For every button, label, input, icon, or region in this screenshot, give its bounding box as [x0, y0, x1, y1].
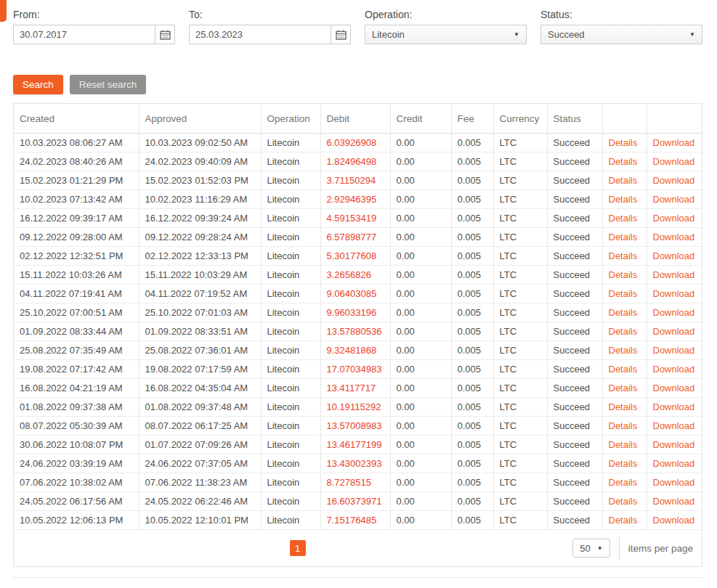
download-link[interactable]: Download: [653, 250, 695, 261]
table-row: 24.06.2022 03:39:19 AM24.06.2022 07:37:0…: [14, 454, 702, 473]
from-calendar-button[interactable]: [155, 25, 175, 44]
download-link[interactable]: Download: [653, 477, 695, 488]
table-row: 01.08.2022 09:37:38 AM01.08.2022 09:37:4…: [14, 398, 702, 417]
details-link[interactable]: Details: [609, 156, 638, 167]
cell-fee: 0.005: [451, 190, 493, 209]
cell-operation: Litecoin: [261, 285, 320, 303]
cell-operation: Litecoin: [261, 190, 320, 209]
cell-details: Details: [602, 285, 647, 303]
cell-currency: LTC: [493, 266, 547, 285]
reset-search-button[interactable]: Reset search: [70, 75, 147, 94]
cell-status: Succeed: [547, 398, 602, 417]
cell-download: Download: [647, 285, 702, 303]
download-link[interactable]: Download: [653, 496, 695, 507]
download-link[interactable]: Download: [653, 269, 695, 280]
download-link[interactable]: Download: [653, 175, 695, 186]
details-link[interactable]: Details: [609, 326, 638, 337]
cell-created: 08.07.2022 05:30:39 AM: [14, 417, 139, 436]
download-link[interactable]: Download: [653, 458, 695, 469]
footer-divider: [13, 577, 702, 578]
cell-download: Download: [647, 152, 702, 171]
details-link[interactable]: Details: [609, 250, 638, 261]
details-link[interactable]: Details: [609, 288, 638, 299]
cell-approved: 15.02.2023 01:52:03 PM: [139, 171, 261, 190]
download-link[interactable]: Download: [653, 137, 695, 148]
cell-status: Succeed: [547, 134, 602, 152]
cell-created: 04.11.2022 07:19:41 AM: [14, 285, 139, 303]
cell-created: 01.09.2022 08:33:44 AM: [14, 322, 139, 341]
download-link[interactable]: Download: [653, 307, 695, 318]
download-link[interactable]: Download: [653, 326, 695, 337]
details-link[interactable]: Details: [609, 439, 638, 450]
details-link[interactable]: Details: [609, 458, 638, 469]
download-link[interactable]: Download: [653, 156, 695, 167]
download-link[interactable]: Download: [653, 288, 695, 299]
details-link[interactable]: Details: [609, 232, 638, 242]
cell-approved: 19.08.2022 07:17:59 AM: [139, 360, 261, 379]
search-button[interactable]: Search: [13, 75, 63, 94]
cell-debit: 5.30177608: [320, 247, 390, 266]
cell-operation: Litecoin: [261, 303, 320, 322]
cell-fee: 0.005: [451, 511, 493, 530]
to-date-input[interactable]: [189, 25, 331, 44]
cell-created: 10.02.2023 07:13:42 AM: [14, 190, 139, 209]
details-link[interactable]: Details: [609, 307, 638, 318]
to-calendar-button[interactable]: [331, 25, 351, 44]
cell-created: 25.08.2022 07:35:49 AM: [14, 341, 139, 360]
details-link[interactable]: Details: [609, 137, 638, 148]
download-link[interactable]: Download: [653, 345, 695, 356]
column-header-status: Status: [547, 104, 602, 134]
cell-currency: LTC: [493, 511, 547, 530]
details-link[interactable]: Details: [609, 364, 638, 375]
cell-currency: LTC: [493, 398, 547, 417]
details-link[interactable]: Details: [609, 194, 638, 205]
side-tab[interactable]: [0, 0, 7, 22]
cell-approved: 08.07.2022 06:17:25 AM: [139, 417, 261, 436]
details-link[interactable]: Details: [609, 383, 638, 393]
cell-details: Details: [602, 322, 647, 341]
cell-status: Succeed: [547, 152, 602, 171]
cell-approved: 04.11.2022 07:19:52 AM: [139, 285, 261, 303]
details-link[interactable]: Details: [609, 175, 638, 186]
column-header-details: [602, 104, 647, 134]
cell-fee: 0.005: [451, 473, 493, 492]
cell-currency: LTC: [493, 360, 547, 379]
download-link[interactable]: Download: [653, 213, 695, 224]
details-link[interactable]: Details: [609, 496, 638, 507]
column-header-download: [647, 104, 702, 134]
cell-created: 10.05.2022 12:06:13 PM: [14, 511, 139, 530]
download-link[interactable]: Download: [653, 194, 695, 205]
cell-currency: LTC: [493, 436, 547, 454]
chevron-down-icon: ▼: [514, 31, 519, 38]
cell-debit: 17.07034983: [320, 360, 390, 379]
details-link[interactable]: Details: [609, 401, 638, 412]
download-link[interactable]: Download: [653, 364, 695, 375]
table-header-row: CreatedApprovedOperationDebitCreditFeeCu…: [14, 104, 702, 134]
cell-fee: 0.005: [451, 379, 493, 398]
download-link[interactable]: Download: [653, 232, 695, 242]
download-link[interactable]: Download: [653, 439, 695, 450]
status-select[interactable]: Succeed ▼: [540, 25, 702, 44]
cell-download: Download: [647, 492, 702, 511]
details-link[interactable]: Details: [609, 269, 638, 280]
details-link[interactable]: Details: [609, 420, 638, 431]
details-link[interactable]: Details: [609, 345, 638, 356]
cell-currency: LTC: [493, 247, 547, 266]
items-per-page-select[interactable]: 50 ▼: [572, 539, 609, 558]
cell-debit: 3.71150294: [320, 171, 390, 190]
chevron-down-icon: ▼: [597, 545, 603, 552]
cell-created: 30.06.2022 10:08:07 PM: [14, 436, 139, 454]
cell-details: Details: [602, 152, 647, 171]
operation-select[interactable]: Litecoin ▼: [365, 25, 527, 44]
download-link[interactable]: Download: [653, 401, 695, 412]
from-date-input[interactable]: [13, 25, 155, 44]
download-link[interactable]: Download: [653, 515, 695, 526]
details-link[interactable]: Details: [609, 213, 638, 224]
page-1-button[interactable]: 1: [290, 540, 306, 556]
download-link[interactable]: Download: [653, 420, 695, 431]
cell-fee: 0.005: [451, 454, 493, 473]
details-link[interactable]: Details: [609, 477, 638, 488]
details-link[interactable]: Details: [609, 515, 638, 526]
calendar-icon: [160, 30, 171, 40]
download-link[interactable]: Download: [653, 383, 695, 393]
